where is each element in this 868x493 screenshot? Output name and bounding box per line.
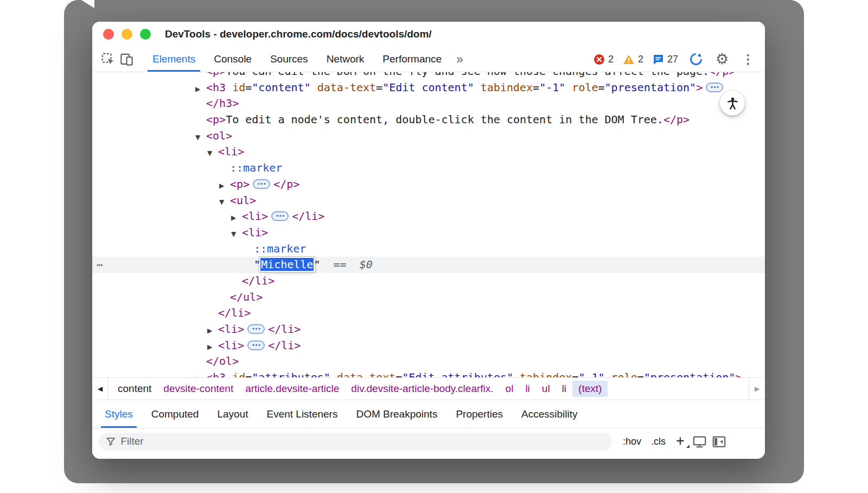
dom-tree-row[interactable]: ::marker: [92, 241, 765, 257]
dom-tree-row[interactable]: </h3>: [92, 96, 765, 112]
tab-performance[interactable]: Performance: [373, 47, 451, 72]
dom-tree-row[interactable]: </ol>: [92, 353, 765, 370]
breadcrumb-item[interactable]: li: [556, 381, 572, 397]
token-tag: >: [696, 81, 703, 94]
token-tag: <h3: [206, 81, 226, 94]
dom-tree-row[interactable]: </li>: [92, 305, 765, 321]
breadcrumb-item[interactable]: content: [112, 381, 157, 397]
toggle-sidebar-button[interactable]: [710, 433, 729, 450]
breadcrumb-item[interactable]: article.devsite-article: [239, 381, 345, 397]
panel-tab-dom-breakpoints[interactable]: DOM Breakpoints: [347, 400, 446, 428]
expand-arrow-right-icon[interactable]: ▶: [231, 210, 242, 226]
token-text: To edit a node's content, double-click t…: [226, 113, 663, 126]
filter-field[interactable]: [99, 433, 612, 451]
dom-tree-row[interactable]: ▶<h3 id="content" data-text="Edit conten…: [92, 80, 765, 96]
sync-icon: [688, 52, 704, 67]
panel-tab-properties[interactable]: Properties: [446, 400, 512, 428]
panel-tab-event-listeners[interactable]: Event Listeners: [257, 400, 347, 428]
token-eq: =: [376, 81, 382, 94]
chevron-right-icon: ▶: [755, 385, 760, 393]
inline-expand-button[interactable]: ⋯: [271, 211, 289, 221]
expand-arrow-down-icon[interactable]: ▼: [207, 146, 218, 162]
warning-count: 2: [638, 54, 643, 65]
token-attr: tabindex: [474, 81, 533, 94]
token-val: "-1": [539, 81, 565, 94]
inline-expand-button[interactable]: ⋯: [253, 179, 270, 189]
inline-expand-button[interactable]: ⋯: [247, 340, 265, 350]
dom-tree-row[interactable]: ▶<li>⋯</li>: [92, 321, 765, 338]
panel-tab-layout[interactable]: Layout: [208, 400, 257, 428]
backdrop-notch: [81, 0, 94, 8]
status-badges: 2 2 27: [593, 54, 678, 65]
dom-tree-row[interactable]: ▶<li>⋯</li>: [92, 338, 765, 354]
inline-expand-button[interactable]: ⋯: [706, 83, 723, 92]
dom-tree-row[interactable]: </ul>: [92, 289, 765, 306]
error-badge[interactable]: 2: [593, 54, 614, 65]
token-tag: <li>: [242, 210, 268, 223]
breadcrumb-item[interactable]: ul: [536, 381, 556, 397]
dom-tree-row[interactable]: ▼<ul>: [92, 193, 765, 209]
more-options-button[interactable]: ⋮: [739, 50, 757, 68]
tab-console[interactable]: Console: [205, 47, 261, 72]
tab-sources[interactable]: Sources: [261, 47, 317, 72]
expand-arrow-right-icon[interactable]: ▶: [207, 323, 218, 339]
expand-arrow-down-icon[interactable]: ▼: [195, 130, 206, 146]
inline-text-edit-selection[interactable]: Michelle: [260, 258, 314, 271]
close-button[interactable]: [103, 29, 114, 40]
tab-network[interactable]: Network: [317, 47, 374, 72]
dom-tree-row[interactable]: ▶<p>⋯</p>: [92, 176, 765, 193]
dom-tree-row[interactable]: <p>You can edit the DOM on the fly and s…: [92, 72, 765, 80]
element-classes-button[interactable]: .cls: [647, 434, 670, 450]
expand-arrow-right-icon[interactable]: ▶: [195, 371, 206, 377]
expand-arrow-right-icon[interactable]: ▶: [207, 339, 218, 356]
new-style-rule-button[interactable]: +: [671, 434, 690, 450]
dom-tree-row[interactable]: ▼<ol>: [92, 128, 765, 144]
token-tag: <p>: [230, 178, 250, 191]
error-icon: [593, 54, 605, 65]
panel-tab-computed[interactable]: Computed: [142, 400, 208, 428]
filter-input[interactable]: [120, 435, 605, 447]
token-attr: id: [226, 81, 245, 94]
inline-expand-button[interactable]: ⋯: [247, 324, 265, 334]
expand-arrow-right-icon[interactable]: ▶: [195, 81, 206, 98]
inspect-element-button[interactable]: [99, 50, 117, 68]
dom-tree-row[interactable]: ▼<li>: [92, 225, 765, 241]
dom-tree-row[interactable]: ::marker: [92, 160, 765, 176]
breadcrumb-item[interactable]: li: [519, 381, 535, 397]
dom-tree-row[interactable]: ▼<li>: [92, 144, 765, 160]
token-dollar: $0: [360, 258, 373, 271]
warning-badge[interactable]: 2: [623, 54, 643, 65]
breadcrumb-item[interactable]: (text): [572, 381, 608, 397]
expand-arrow-down-icon[interactable]: ▼: [231, 226, 242, 243]
token-pseudo: ::marker: [254, 242, 306, 255]
breadcrumb-item[interactable]: devsite-content: [157, 381, 239, 397]
toggle-element-state-button[interactable]: :hov: [618, 434, 646, 450]
expand-arrow-down-icon[interactable]: ▼: [219, 194, 230, 211]
row-overflow-menu-icon[interactable]: ⋯: [97, 257, 103, 273]
dom-tree-row[interactable]: </li>: [92, 273, 765, 289]
settings-button[interactable]: ⚙: [713, 50, 731, 68]
breadcrumb-item[interactable]: div.devsite-article-body.clearfix.: [345, 381, 499, 397]
breadcrumb-scroll-left-button[interactable]: ◀: [92, 378, 108, 400]
dom-tree-row[interactable]: <p>To edit a node's content, double-clic…: [92, 112, 765, 128]
token-attr: id: [226, 371, 245, 377]
tab-elements[interactable]: Elements: [143, 47, 205, 72]
expand-arrow-right-icon[interactable]: ▶: [219, 178, 230, 194]
dom-tree-row[interactable]: ▶<li>⋯</li>: [92, 208, 765, 225]
sync-button[interactable]: [687, 50, 705, 68]
issues-badge[interactable]: 27: [653, 54, 678, 65]
window-title: DevTools - developer.chrome.com/docs/dev…: [165, 28, 432, 40]
device-toolbar-button[interactable]: [117, 50, 136, 68]
title-bar: DevTools - developer.chrome.com/docs/dev…: [92, 22, 765, 47]
breadcrumb-scroll-right-button[interactable]: ▶: [749, 378, 765, 400]
zoom-button[interactable]: [140, 29, 151, 40]
more-tabs-button[interactable]: »: [451, 52, 469, 67]
minimize-button[interactable]: [122, 29, 132, 40]
panel-tab-accessibility[interactable]: Accessibility: [512, 400, 586, 428]
breadcrumb-item[interactable]: ol: [500, 381, 520, 397]
dom-tree-row[interactable]: ▶<h3 id="attributes" data-text="Edit att…: [92, 370, 765, 377]
rendering-emulation-button[interactable]: [691, 433, 709, 450]
dom-tree-row[interactable]: ⋯"Michelle" == $0: [92, 257, 765, 273]
token-tag: <li>: [218, 323, 244, 336]
panel-tab-styles[interactable]: Styles: [95, 400, 142, 428]
